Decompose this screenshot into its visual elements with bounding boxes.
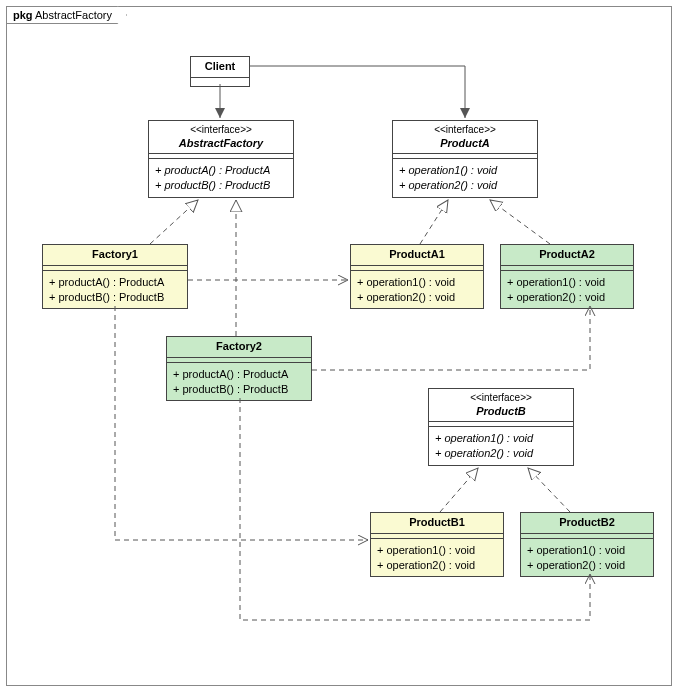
- class-name: Client: [195, 60, 245, 74]
- operation: + operation1() : void: [435, 431, 567, 446]
- class-header: <<interface>> ProductB: [429, 389, 573, 422]
- class-name: ProductB: [433, 405, 569, 419]
- class-header: <<interface>> ProductA: [393, 121, 537, 154]
- class-name: ProductA2: [505, 248, 629, 262]
- class-name: ProductB2: [525, 516, 649, 530]
- operation: + operation2() : void: [527, 558, 647, 573]
- class-body: [191, 78, 249, 86]
- operation: + productA() : ProductA: [49, 275, 181, 290]
- class-product-b1: ProductB1 + operation1() : void + operat…: [370, 512, 504, 577]
- class-header: ProductB2: [521, 513, 653, 534]
- class-client: Client: [190, 56, 250, 87]
- operation: + operation2() : void: [399, 178, 531, 193]
- class-header: Client: [191, 57, 249, 78]
- operations: + productA() : ProductA + productB() : P…: [167, 363, 311, 401]
- class-name: AbstractFactory: [153, 137, 289, 151]
- class-product-a2: ProductA2 + operation1() : void + operat…: [500, 244, 634, 309]
- operation: + productA() : ProductA: [155, 163, 287, 178]
- class-name: ProductB1: [375, 516, 499, 530]
- class-header: Factory1: [43, 245, 187, 266]
- class-product-a: <<interface>> ProductA + operation1() : …: [392, 120, 538, 198]
- package-tab: pkg AbstractFactory: [6, 6, 127, 24]
- class-name: Factory1: [47, 248, 183, 262]
- operation: + operation2() : void: [357, 290, 477, 305]
- diagram-canvas: pkg AbstractFactory Client <<interface>>…: [0, 0, 680, 694]
- operation: + operation2() : void: [435, 446, 567, 461]
- class-factory1: Factory1 + productA() : ProductA + produ…: [42, 244, 188, 309]
- class-product-b2: ProductB2 + operation1() : void + operat…: [520, 512, 654, 577]
- operations: + operation1() : void + operation2() : v…: [501, 271, 633, 309]
- operations: + operation1() : void + operation2() : v…: [429, 427, 573, 465]
- operations: + productA() : ProductA + productB() : P…: [43, 271, 187, 309]
- class-abstract-factory: <<interface>> AbstractFactory + productA…: [148, 120, 294, 198]
- class-product-b: <<interface>> ProductB + operation1() : …: [428, 388, 574, 466]
- package-prefix: pkg: [13, 9, 33, 21]
- operations: + operation1() : void + operation2() : v…: [521, 539, 653, 577]
- class-header: ProductA2: [501, 245, 633, 266]
- operations: + productA() : ProductA + productB() : P…: [149, 159, 293, 197]
- operation: + productB() : ProductB: [155, 178, 287, 193]
- operations: + operation1() : void + operation2() : v…: [371, 539, 503, 577]
- operation: + productA() : ProductA: [173, 367, 305, 382]
- operation: + operation1() : void: [399, 163, 531, 178]
- operation: + operation1() : void: [357, 275, 477, 290]
- package-frame: pkg AbstractFactory: [6, 6, 672, 686]
- class-product-a1: ProductA1 + operation1() : void + operat…: [350, 244, 484, 309]
- class-name: ProductA: [397, 137, 533, 151]
- class-name: Factory2: [171, 340, 307, 354]
- operation: + productB() : ProductB: [173, 382, 305, 397]
- operation: + productB() : ProductB: [49, 290, 181, 305]
- stereotype: <<interface>>: [153, 124, 289, 137]
- stereotype: <<interface>>: [433, 392, 569, 405]
- class-header: ProductB1: [371, 513, 503, 534]
- operations: + operation1() : void + operation2() : v…: [351, 271, 483, 309]
- operation: + operation2() : void: [507, 290, 627, 305]
- package-name: AbstractFactory: [35, 9, 112, 21]
- class-header: ProductA1: [351, 245, 483, 266]
- operation: + operation2() : void: [377, 558, 497, 573]
- stereotype: <<interface>>: [397, 124, 533, 137]
- operation: + operation1() : void: [377, 543, 497, 558]
- operation: + operation1() : void: [527, 543, 647, 558]
- class-name: ProductA1: [355, 248, 479, 262]
- class-factory2: Factory2 + productA() : ProductA + produ…: [166, 336, 312, 401]
- operations: + operation1() : void + operation2() : v…: [393, 159, 537, 197]
- class-header: Factory2: [167, 337, 311, 358]
- operation: + operation1() : void: [507, 275, 627, 290]
- class-header: <<interface>> AbstractFactory: [149, 121, 293, 154]
